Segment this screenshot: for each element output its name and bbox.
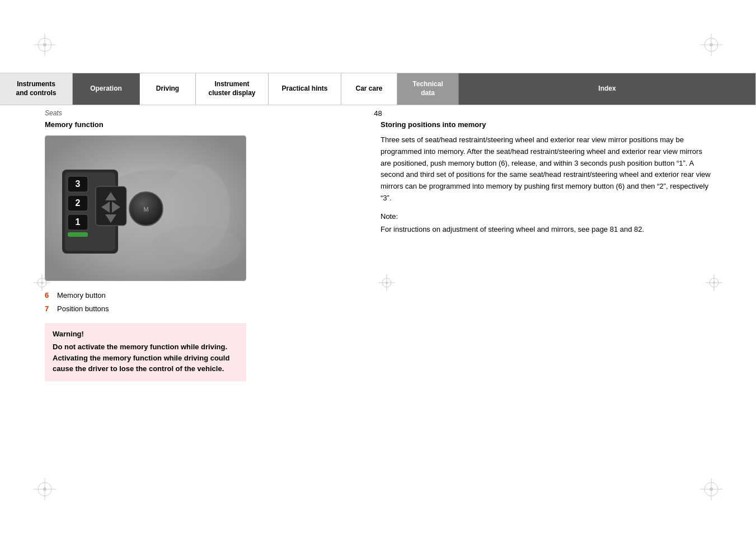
svg-text:2: 2: [76, 198, 81, 208]
nav-item-driving[interactable]: Driving: [140, 73, 196, 105]
svg-text:3: 3: [76, 179, 81, 189]
warning-box: Warning! Do not activate the memory func…: [45, 323, 246, 381]
legend-item-7: 7 Position buttons: [45, 303, 358, 315]
svg-text:1: 1: [76, 217, 81, 227]
content-area: Memory function: [45, 120, 711, 489]
legend-num-7: 7: [45, 303, 54, 315]
left-column: Memory function: [45, 120, 358, 489]
warning-title: Warning!: [53, 330, 238, 338]
memory-function-title-text: Memory function: [45, 120, 104, 129]
nav-label-instrument-cluster: Instrument cluster display: [208, 80, 255, 97]
corner-mark-tr: [700, 34, 722, 56]
nav-item-car-care[interactable]: Car care: [341, 73, 397, 105]
right-column: Storing positions into memory Three sets…: [381, 120, 711, 489]
note-label: Note:: [381, 212, 711, 221]
svg-point-47: [152, 226, 241, 270]
nav-label-index: Index: [598, 85, 616, 93]
svg-rect-38: [68, 232, 88, 237]
storing-body: Three sets of seat/head restraint/steeri…: [381, 134, 711, 204]
nav-item-technical-data[interactable]: Technical data: [397, 73, 459, 105]
nav-label-driving: Driving: [156, 85, 179, 93]
warning-title-text: Warning!: [53, 330, 84, 338]
memory-function-title: Memory function: [45, 120, 358, 129]
legend-item-6: 6 Memory button: [45, 290, 358, 301]
legend-text-7: Position buttons: [57, 303, 109, 315]
svg-text:M: M: [143, 206, 148, 213]
storing-title-text: Storing positions into memory: [381, 120, 486, 129]
nav-item-instrument-cluster[interactable]: Instrument cluster display: [196, 73, 269, 105]
legend-num-6: 6: [45, 290, 54, 301]
storing-body-text: Three sets of seat/head restraint/steeri…: [381, 135, 711, 202]
legend-items: 6 Memory button 7 Position buttons: [45, 290, 358, 314]
seat-control-svg: 3 2 1 M: [45, 136, 246, 281]
page-number-text: 48: [374, 109, 382, 118]
page-number: 48: [374, 109, 382, 118]
warning-body-text: Do not activate the memory function whil…: [53, 343, 229, 373]
nav-item-instruments[interactable]: Instruments and controls: [0, 73, 73, 105]
corner-mark-tl: [34, 34, 56, 56]
nav-item-index[interactable]: Index: [459, 73, 756, 105]
nav-item-operation[interactable]: Operation: [73, 73, 140, 105]
nav-label-practical-hints: Practical hints: [281, 85, 327, 93]
note-body: For instructions on adjustment of steeri…: [381, 224, 711, 236]
memory-function-image: 3 2 1 M: [45, 135, 246, 281]
storing-title: Storing positions into memory: [381, 120, 711, 129]
note-label-text: Note:: [381, 212, 398, 221]
warning-text: Do not activate the memory function whil…: [53, 341, 238, 374]
nav-bar: Instruments and controls Operation Drivi…: [0, 73, 756, 105]
nav-label-car-care: Car care: [355, 85, 382, 93]
legend-text-6: Memory button: [57, 290, 106, 301]
nav-item-practical-hints[interactable]: Practical hints: [269, 73, 341, 105]
nav-label-technical-data: Technical data: [412, 80, 443, 97]
breadcrumb: Seats: [45, 109, 62, 117]
nav-label-instruments: Instruments and controls: [16, 80, 56, 97]
nav-label-operation: Operation: [90, 85, 122, 93]
note-body-text: For instructions on adjustment of steeri…: [381, 225, 644, 233]
breadcrumb-text: Seats: [45, 109, 62, 117]
